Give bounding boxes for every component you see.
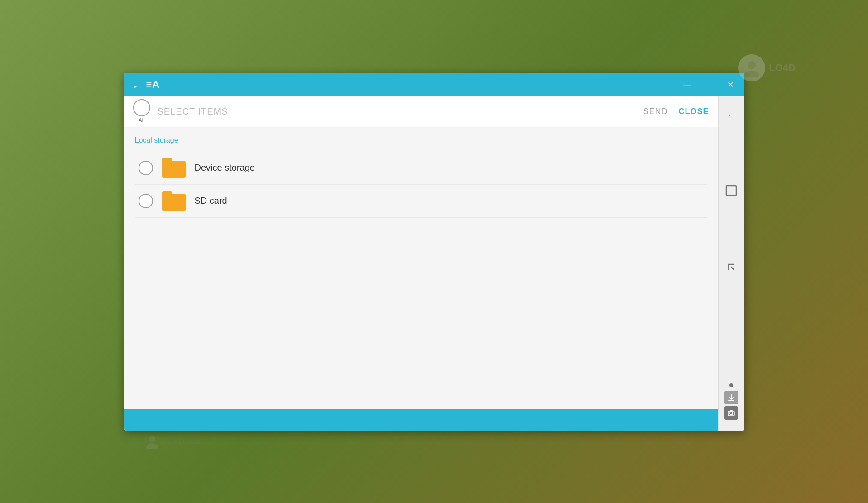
titlebar-controls: — ⛶ ✕	[681, 78, 737, 91]
close-button[interactable]: CLOSE	[678, 107, 709, 116]
sidebar: ←	[718, 96, 744, 431]
folder-icon	[162, 158, 186, 178]
main-content: All SELECT ITEMS LO4D SEND CLOSE	[124, 96, 718, 431]
sidebar-dot-indicator	[729, 383, 733, 387]
sidebar-bottom-icons	[724, 391, 738, 423]
select-items-label: SELECT ITEMS	[158, 106, 643, 117]
svg-rect-8	[730, 410, 733, 412]
app-logo: ≡A	[146, 79, 160, 91]
list-item[interactable]: Device storage	[135, 152, 707, 185]
file-list-area: Local storage Device storage	[124, 127, 718, 409]
chevron-down-icon[interactable]: ⌄	[131, 79, 139, 90]
content-area: All SELECT ITEMS LO4D SEND CLOSE	[124, 96, 744, 431]
select-all-container: All	[133, 99, 150, 124]
maximize-button[interactable]: ⛶	[703, 78, 715, 91]
item-radio-sd-card[interactable]	[139, 194, 153, 208]
select-all-label: All	[139, 117, 144, 124]
app-window: ⌄ ≡A — ⛶ ✕ All SELECT ITEMS	[124, 73, 744, 431]
section-label: Local storage	[135, 136, 707, 144]
select-all-checkbox[interactable]	[133, 99, 150, 116]
send-button[interactable]: SEND	[643, 107, 667, 116]
square-icon[interactable]	[720, 180, 742, 201]
camera-icon[interactable]	[724, 406, 738, 420]
top-bar: All SELECT ITEMS LO4D SEND CLOSE	[124, 96, 718, 127]
bottom-bar	[124, 409, 718, 431]
item-label-sd-card: SD card	[195, 196, 227, 206]
download-icon[interactable]	[724, 391, 738, 404]
list-item[interactable]: SD card	[135, 185, 707, 218]
svg-point-7	[730, 412, 733, 415]
folder-icon	[162, 191, 186, 211]
item-radio-device-storage[interactable]	[139, 161, 153, 175]
titlebar-left: ⌄ ≡A	[131, 79, 681, 91]
titlebar: ⌄ ≡A — ⛶ ✕	[124, 73, 744, 96]
back-icon[interactable]: ←	[720, 104, 742, 125]
item-label-device-storage: Device storage	[195, 163, 255, 173]
close-window-button[interactable]: ✕	[724, 78, 737, 91]
corner-icon[interactable]	[720, 256, 742, 278]
svg-rect-4	[726, 186, 736, 196]
minimize-button[interactable]: —	[681, 78, 694, 91]
